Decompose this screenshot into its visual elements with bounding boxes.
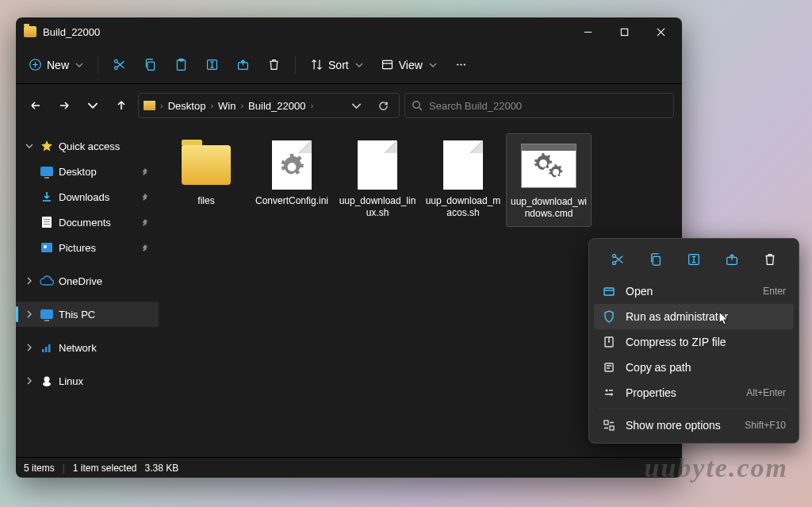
ctx-copy-path[interactable]: Copy as path (594, 355, 794, 380)
sidebar-pictures[interactable]: Pictures (16, 235, 159, 260)
up-button[interactable] (109, 94, 133, 117)
new-label: New (47, 59, 69, 71)
sort-button[interactable]: Sort (302, 51, 371, 79)
pin-icon (141, 191, 151, 203)
sidebar: Quick access Desktop Downloads Documents (16, 129, 159, 457)
sidebar-label: Downloads (59, 191, 136, 203)
arrow-right-icon (59, 100, 70, 111)
ctx-hint: Enter (763, 286, 786, 297)
chevron-right-icon[interactable] (24, 310, 35, 318)
breadcrumb-item[interactable]: Desktop (168, 100, 206, 112)
ctx-run-admin[interactable]: Run as administrator (594, 304, 794, 329)
paste-button[interactable] (167, 51, 196, 79)
history-dropdown-button[interactable] (345, 101, 367, 111)
breadcrumb-item[interactable]: Win (218, 100, 236, 112)
star-icon (40, 140, 54, 152)
titlebar[interactable]: Build_22000 (16, 17, 682, 46)
sidebar-documents[interactable]: Documents (16, 209, 159, 235)
file-icon (358, 140, 397, 190)
sidebar-label: Pictures (59, 242, 136, 254)
more-button[interactable] (446, 51, 476, 79)
folder-icon (24, 26, 36, 37)
sidebar-network[interactable]: Network (16, 335, 159, 360)
search-icon (412, 100, 423, 111)
minimize-button[interactable] (569, 17, 606, 46)
close-button[interactable] (642, 17, 679, 46)
view-label: View (399, 59, 423, 71)
pictures-icon (40, 241, 54, 254)
rename-button[interactable] (197, 51, 227, 79)
cursor-icon (718, 311, 730, 327)
dots-icon (454, 58, 468, 71)
network-icon (40, 341, 54, 354)
ctx-open[interactable]: Open Enter (594, 278, 794, 304)
rename-icon (687, 252, 701, 267)
sidebar-downloads[interactable]: Downloads (16, 184, 159, 209)
file-item-sh[interactable]: uup_download_macos.sh (420, 133, 506, 227)
context-quick-actions (594, 244, 794, 278)
properties-icon (602, 386, 616, 399)
file-name: uup_download_linux.sh (338, 195, 417, 219)
file-item-cmd[interactable]: uup_download_windows.cmd (506, 133, 592, 227)
chevron-right-icon[interactable] (24, 377, 35, 385)
ctx-cut-button[interactable] (603, 247, 632, 272)
sidebar-label: Desktop (59, 166, 136, 178)
chevron-right-icon[interactable] (24, 277, 35, 285)
refresh-button[interactable] (372, 101, 394, 111)
chevron-right-icon: › (240, 101, 243, 110)
search-input[interactable]: Search Build_22000 (404, 93, 674, 118)
chevron-right-icon: › (210, 101, 213, 110)
chevron-right-icon[interactable] (24, 344, 35, 351)
ctx-compress[interactable]: Compress to ZIP file (594, 329, 794, 355)
ctx-copy-button[interactable] (642, 247, 670, 272)
sidebar-desktop[interactable]: Desktop (16, 159, 159, 184)
sidebar-label: Quick access (59, 140, 151, 152)
forward-button[interactable] (52, 94, 76, 117)
rename-icon (205, 58, 219, 71)
desktop-icon (40, 165, 54, 178)
copy-icon (144, 58, 157, 71)
ctx-show-more[interactable]: Show more options Shift+F10 (594, 413, 794, 438)
ctx-properties[interactable]: Properties Alt+Enter (594, 380, 794, 405)
delete-button[interactable] (259, 51, 289, 79)
arrow-up-icon (116, 100, 127, 111)
sidebar-linux[interactable]: Linux (16, 368, 159, 394)
sidebar-quick-access[interactable]: Quick access (16, 133, 159, 159)
pin-icon (141, 166, 151, 178)
file-name: uup_download_windows.cmd (510, 196, 588, 220)
status-bar: 5 items | 1 item selected 3.38 KB (16, 457, 682, 478)
folder-icon (182, 145, 231, 185)
ctx-share-button[interactable] (718, 247, 746, 272)
sort-label: Sort (328, 59, 349, 71)
sidebar-this-pc[interactable]: This PC (16, 302, 159, 327)
cut-button[interactable] (105, 51, 134, 79)
ctx-rename-button[interactable] (680, 247, 708, 272)
chevron-down-icon[interactable] (24, 142, 35, 150)
downloads-icon (40, 190, 54, 203)
sidebar-onedrive[interactable]: OneDrive (16, 268, 159, 294)
sidebar-label: OneDrive (59, 275, 151, 287)
back-button[interactable] (24, 94, 48, 117)
new-button[interactable]: New (21, 51, 91, 79)
address-bar[interactable]: › Desktop › Win › Build_22000 › (138, 93, 400, 118)
copy-button[interactable] (136, 51, 165, 79)
view-button[interactable]: View (373, 51, 445, 79)
file-item-sh[interactable]: uup_download_linux.sh (335, 133, 420, 227)
nav-row: › Desktop › Win › Build_22000 › Search B… (16, 87, 682, 124)
ctx-delete-button[interactable] (756, 247, 784, 272)
file-item-folder[interactable]: files (163, 133, 249, 227)
gears-icon (533, 152, 565, 181)
breadcrumb-item[interactable]: Build_22000 (248, 100, 305, 112)
ctx-label: Open (626, 285, 753, 298)
arrow-left-icon (30, 100, 41, 111)
ctx-label: Compress to ZIP file (626, 336, 786, 348)
chevron-down-icon (87, 100, 98, 111)
body: Quick access Desktop Downloads Documents (16, 129, 682, 457)
ctx-label: Show more options (626, 419, 735, 432)
pin-icon (141, 242, 151, 254)
file-name: uup_download_macos.sh (423, 195, 503, 219)
maximize-button[interactable] (606, 17, 642, 46)
share-button[interactable] (228, 51, 258, 79)
file-item-ini[interactable]: ConvertConfig.ini (249, 133, 335, 227)
recent-button[interactable] (81, 94, 105, 117)
